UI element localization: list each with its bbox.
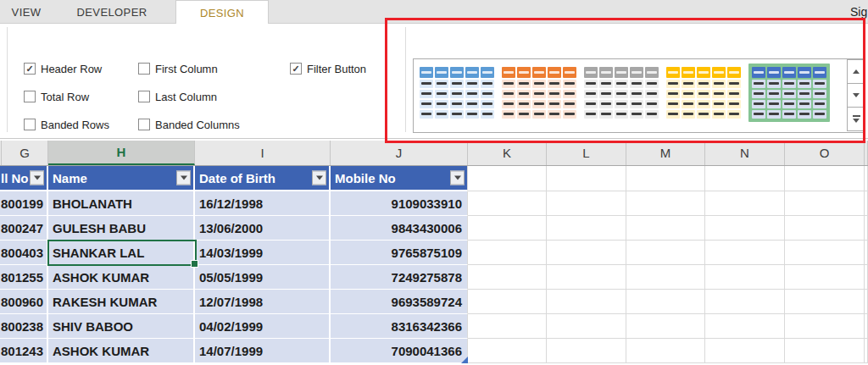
empty-cell[interactable]	[468, 290, 547, 314]
empty-cell[interactable]	[785, 339, 865, 363]
empty-cell[interactable]	[547, 265, 626, 290]
empty-cell[interactable]	[626, 314, 705, 339]
sign-in-label[interactable]: Sig	[850, 5, 867, 19]
empty-cell[interactable]	[705, 314, 785, 339]
column-header-H[interactable]: H	[48, 141, 195, 165]
checkbox-banded-columns[interactable]: Banded Columns	[138, 118, 240, 131]
empty-cell[interactable]	[865, 166, 868, 191]
empty-cell[interactable]	[785, 314, 865, 339]
cell[interactable]: 800247	[0, 216, 48, 241]
cell[interactable]: SHANKAR LAL	[48, 241, 195, 265]
scroll-down-button[interactable]	[847, 83, 865, 108]
empty-cell[interactable]	[785, 290, 865, 314]
empty-cell[interactable]	[705, 191, 785, 216]
cell[interactable]: 9765875109	[331, 241, 468, 265]
cell[interactable]: 800238	[0, 314, 48, 339]
empty-cell[interactable]	[785, 166, 865, 191]
table-style-swatch-blue[interactable]	[752, 67, 826, 119]
empty-cell[interactable]	[547, 290, 626, 314]
cell[interactable]: 14/03/1999	[195, 241, 331, 265]
empty-cell[interactable]	[865, 314, 868, 339]
cell[interactable]: 8316342366	[331, 314, 468, 339]
checkbox-header-row[interactable]: ✓Header Row	[24, 62, 102, 75]
empty-cell[interactable]	[705, 241, 785, 265]
tab-design[interactable]: DESIGN	[175, 0, 269, 25]
empty-cell[interactable]	[865, 265, 868, 290]
checkbox-first-column[interactable]: First Column	[138, 62, 218, 75]
empty-cell[interactable]	[547, 314, 626, 339]
empty-cell[interactable]	[705, 216, 785, 241]
cell[interactable]: 13/06/2000	[195, 216, 331, 241]
cell[interactable]: SHIV BABOO	[48, 314, 195, 339]
cell[interactable]: 04/02/1999	[195, 314, 331, 339]
column-header-G[interactable]: G	[2, 141, 48, 165]
tab-view[interactable]: VIEW	[0, 0, 53, 24]
empty-cell[interactable]	[468, 314, 547, 339]
empty-cell[interactable]	[865, 191, 868, 216]
empty-cell[interactable]	[865, 339, 868, 363]
empty-cell[interactable]	[468, 339, 547, 363]
column-header-O[interactable]: O	[785, 141, 865, 165]
cell[interactable]: 800403	[0, 241, 48, 265]
column-header-K[interactable]: K	[468, 141, 547, 165]
table-header-name[interactable]: Name	[48, 166, 195, 191]
empty-cell[interactable]	[468, 216, 547, 241]
empty-cell[interactable]	[626, 216, 705, 241]
empty-cell[interactable]	[626, 191, 705, 216]
empty-cell[interactable]	[865, 290, 868, 314]
cell[interactable]: BHOLANATH	[48, 191, 195, 216]
cell[interactable]: 12/07/1998	[195, 290, 331, 314]
empty-cell[interactable]	[468, 265, 547, 290]
cell[interactable]: GULESH BABU	[48, 216, 195, 241]
scroll-up-button[interactable]	[847, 59, 865, 84]
filter-button[interactable]	[30, 171, 44, 185]
cell[interactable]: 9693589724	[331, 290, 468, 314]
table-resize-handle-icon[interactable]	[461, 357, 468, 363]
empty-cell[interactable]	[705, 290, 785, 314]
cell[interactable]: 16/12/1998	[195, 191, 331, 216]
column-header-M[interactable]: M	[626, 141, 705, 165]
table-style-swatch-gray[interactable]	[584, 67, 659, 119]
cell[interactable]: 05/05/1999	[195, 265, 331, 290]
table-header-ll-no[interactable]: ll No	[0, 166, 48, 191]
filter-button[interactable]	[176, 171, 191, 185]
cell[interactable]: 9109033910	[331, 191, 468, 216]
empty-cell[interactable]	[785, 216, 865, 241]
empty-cell[interactable]	[785, 241, 865, 265]
empty-cell[interactable]	[468, 166, 547, 191]
cell[interactable]: 800199	[0, 191, 48, 216]
tab-developer[interactable]: DEVELOPER	[56, 0, 168, 24]
empty-cell[interactable]	[705, 339, 785, 363]
cell[interactable]: 7249275878	[331, 265, 468, 290]
empty-cell[interactable]	[468, 191, 547, 216]
cell[interactable]: ASHOK KUMAR	[48, 265, 195, 290]
empty-cell[interactable]	[468, 241, 547, 265]
empty-cell[interactable]	[865, 241, 868, 265]
checkbox-filter-button[interactable]: ✓Filter Button	[290, 62, 366, 75]
checkbox-total-row[interactable]: Total Row	[24, 90, 89, 103]
cell[interactable]: RAKESH KUMAR	[48, 290, 195, 314]
cell[interactable]: 14/07/1999	[195, 339, 331, 363]
checkbox-banded-rows[interactable]: Banded Rows	[24, 118, 109, 131]
empty-cell[interactable]	[865, 216, 868, 241]
filter-button[interactable]	[312, 171, 326, 185]
table-style-swatch-orange[interactable]	[502, 67, 576, 119]
empty-cell[interactable]	[547, 166, 626, 191]
column-header-J[interactable]: J	[331, 141, 468, 165]
empty-cell[interactable]	[547, 216, 626, 241]
table-style-swatch-gold[interactable]	[666, 67, 741, 119]
cell[interactable]: 7090041366	[331, 339, 468, 363]
empty-cell[interactable]	[547, 191, 626, 216]
empty-cell[interactable]	[785, 265, 865, 290]
table-header-date-of-birth[interactable]: Date of Birth	[195, 166, 331, 191]
table-style-swatch-light-blue[interactable]	[420, 67, 494, 119]
empty-cell[interactable]	[705, 166, 785, 191]
cell[interactable]: 801255	[0, 265, 48, 290]
fill-handle[interactable]	[191, 260, 198, 268]
column-header-N[interactable]: N	[705, 141, 785, 165]
cell[interactable]: ASHOK KUMAR	[48, 339, 195, 363]
empty-cell[interactable]	[626, 241, 705, 265]
empty-cell[interactable]	[547, 241, 626, 265]
empty-cell[interactable]	[626, 290, 705, 314]
cell[interactable]: 800960	[0, 290, 48, 314]
